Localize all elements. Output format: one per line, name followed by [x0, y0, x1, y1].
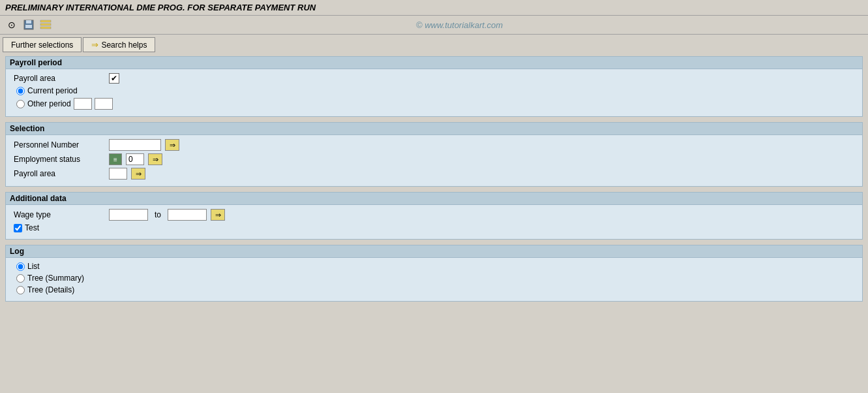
selection-section: Selection Personnel Number ⇒ Employment … — [5, 122, 863, 187]
title-bar: PRELIMINARY INTERNATIONAL DME PROG. FOR … — [0, 0, 868, 16]
svg-rect-4 — [40, 24, 51, 25]
save-icon[interactable] — [22, 18, 35, 31]
personnel-number-label: Personnel Number — [14, 140, 105, 149]
other-period-row: Other period — [14, 98, 854, 110]
payroll-area-row: Payroll area ✔ — [14, 73, 854, 84]
selection-payroll-area-arrow-btn[interactable]: ⇒ — [131, 168, 145, 180]
additional-data-body: Wage type to ⇒ Test — [6, 205, 862, 239]
personnel-number-row: Personnel Number ⇒ — [14, 139, 854, 151]
additional-data-section: Additional data Wage type to ⇒ Test — [5, 192, 863, 240]
employment-status-input[interactable] — [126, 153, 144, 165]
employment-status-arrow-btn[interactable]: ⇒ — [148, 153, 162, 165]
log-list-row: List — [14, 262, 854, 271]
further-selections-tab[interactable]: Further selections — [3, 37, 82, 52]
log-list-label: List — [27, 262, 40, 271]
other-period-input1[interactable] — [74, 98, 92, 110]
personnel-number-arrow-btn[interactable]: ⇒ — [165, 139, 179, 151]
payroll-period-section: Payroll period Payroll area ✔ Current pe… — [5, 56, 863, 117]
payroll-area-label: Payroll area — [14, 74, 105, 83]
selection-body: Personnel Number ⇒ Employment status ≡ ⇒… — [6, 135, 862, 186]
payroll-period-body: Payroll area ✔ Current period Other peri… — [6, 69, 862, 116]
further-selections-label: Further selections — [11, 40, 73, 50]
page-title: PRELIMINARY INTERNATIONAL DME PROG. FOR … — [5, 3, 316, 12]
current-period-row: Current period — [14, 86, 854, 95]
log-tree-summary-label: Tree (Summary) — [27, 274, 84, 283]
search-helps-arrow-icon: ⇒ — [91, 40, 98, 50]
employment-status-label: Employment status — [14, 155, 105, 164]
log-body: List Tree (Summary) Tree (Details) — [6, 258, 862, 301]
log-tree-details-radio[interactable] — [16, 286, 25, 294]
svg-rect-1 — [26, 20, 31, 24]
svg-rect-2 — [25, 25, 32, 28]
other-period-label: Other period — [27, 99, 71, 108]
search-helps-label: Search helps — [101, 40, 147, 50]
wage-type-to-input[interactable] — [168, 209, 207, 221]
selection-payroll-area-input[interactable] — [109, 168, 127, 180]
find-icon[interactable] — [39, 18, 52, 31]
current-period-radio[interactable] — [16, 87, 25, 95]
wage-type-arrow-btn[interactable]: ⇒ — [211, 209, 225, 221]
current-period-label: Current period — [27, 86, 78, 95]
log-tree-details-label: Tree (Details) — [27, 285, 74, 294]
employment-status-row: Employment status ≡ ⇒ — [14, 153, 854, 165]
main-content: Payroll period Payroll area ✔ Current pe… — [0, 52, 868, 311]
test-label: Test — [25, 223, 39, 232]
log-list-radio[interactable] — [16, 262, 25, 271]
back-icon[interactable]: ⊙ — [5, 18, 18, 31]
other-period-input2[interactable] — [95, 98, 113, 110]
log-tree-summary-row: Tree (Summary) — [14, 274, 854, 283]
log-tree-summary-radio[interactable] — [16, 274, 25, 283]
other-period-radio[interactable] — [16, 100, 25, 108]
selection-header: Selection — [6, 123, 862, 135]
tab-bar: Further selections ⇒ Search helps — [0, 35, 868, 52]
svg-rect-3 — [40, 20, 51, 22]
log-tree-details-row: Tree (Details) — [14, 285, 854, 294]
selection-payroll-area-label: Payroll area — [14, 169, 105, 178]
search-helps-tab[interactable]: ⇒ Search helps — [83, 37, 155, 52]
additional-data-header: Additional data — [6, 193, 862, 205]
personnel-number-input[interactable] — [109, 139, 161, 151]
watermark: © www.tutorialkart.com — [56, 20, 863, 30]
wage-type-from-input[interactable] — [109, 209, 148, 221]
test-row: Test — [14, 223, 854, 232]
log-header: Log — [6, 245, 862, 258]
employment-status-icon-btn[interactable]: ≡ — [109, 153, 122, 165]
to-label: to — [152, 210, 164, 219]
toolbar: ⊙ © www.tutorialkart.com — [0, 16, 868, 35]
test-checkbox[interactable] — [14, 224, 22, 232]
log-section: Log List Tree (Summary) Tree (Details) — [5, 245, 863, 302]
payroll-area-checkbox[interactable]: ✔ — [109, 73, 119, 84]
svg-rect-5 — [40, 27, 51, 29]
wage-type-row: Wage type to ⇒ — [14, 209, 854, 221]
selection-payroll-area-row: Payroll area ⇒ — [14, 168, 854, 180]
payroll-period-header: Payroll period — [6, 57, 862, 69]
wage-type-label: Wage type — [14, 210, 105, 219]
